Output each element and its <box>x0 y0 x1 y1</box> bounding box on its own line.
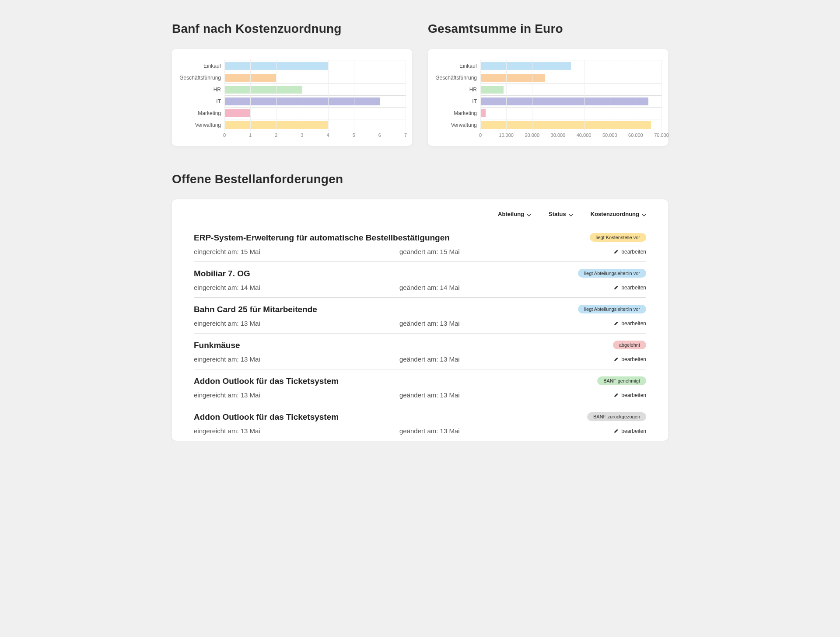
edit-button[interactable]: bearbeiten <box>614 249 646 255</box>
order-title: Funkmäuse <box>194 341 240 350</box>
chart-bar <box>224 121 328 129</box>
filters-row: Abteilung Status Kostenzuordnung <box>194 208 646 226</box>
pencil-icon <box>614 285 619 290</box>
chart-tick: 30.000 <box>551 132 566 138</box>
status-badge: BANF genehmigt <box>597 376 646 385</box>
chart-category-label: HR <box>434 87 480 93</box>
chart-category-label: IT <box>434 98 480 104</box>
chart-category-label: Geschäftsführung <box>178 75 224 81</box>
orders-list: ERP-System-Erweiterung für automatische … <box>194 226 646 441</box>
order-item: Mobiliar 7. OGliegt Abteilungsleiter:in … <box>194 262 646 298</box>
chart-title-left: Banf nach Kostenzuordnung <box>172 22 412 36</box>
chart-category-label: IT <box>178 98 224 104</box>
pencil-icon <box>614 249 619 254</box>
order-submitted: eingereicht am: 15 Mai <box>194 248 399 255</box>
edit-button[interactable]: bearbeiten <box>614 285 646 291</box>
chart-category-label: HR <box>178 87 224 93</box>
chevron-down-icon <box>527 212 531 216</box>
chart-card-left: EinkaufGeschäftsführungHRITMarketingVerw… <box>172 49 412 146</box>
status-badge: abgelehnt <box>613 341 646 349</box>
chart-tick: 3 <box>301 132 303 138</box>
chart-category-label: Geschäftsführung <box>434 75 480 81</box>
chart-left: EinkaufGeschäftsführungHRITMarketingVerw… <box>178 60 406 139</box>
chart-tick: 0 <box>223 132 226 138</box>
status-badge: liegt Kostenstelle vor <box>590 233 647 242</box>
order-item: ERP-System-Erweiterung für automatische … <box>194 226 646 262</box>
order-changed: geändert am: 13 Mai <box>399 320 614 327</box>
chart-tick: 20.000 <box>525 132 539 138</box>
order-item: Funkmäuseabgelehnteingereicht am: 13 Mai… <box>194 334 646 369</box>
chart-tick: 5 <box>353 132 355 138</box>
orders-card: Abteilung Status Kostenzuordnung ERP-Sys… <box>172 199 668 441</box>
order-title: ERP-System-Erweiterung für automatische … <box>194 233 450 243</box>
chart-bar <box>224 97 380 105</box>
chart-bar <box>224 74 276 82</box>
chart-category-label: Verwaltung <box>178 122 224 128</box>
chart-tick: 2 <box>275 132 277 138</box>
pencil-icon <box>614 321 619 326</box>
chart-tick: 50.000 <box>602 132 617 138</box>
order-item: Addon Outlook für das TicketsystemBANF g… <box>194 369 646 405</box>
chart-bar <box>480 74 545 82</box>
chart-tick: 10.000 <box>499 132 514 138</box>
order-title: Addon Outlook für das Ticketsystem <box>194 412 339 422</box>
order-changed: geändert am: 14 Mai <box>399 284 614 291</box>
order-changed: geändert am: 13 Mai <box>399 355 614 363</box>
order-changed: geändert am: 13 Mai <box>399 427 614 435</box>
status-badge: liegt Abteilungsleiter:in vor <box>578 305 646 313</box>
chart-category-label: Einkauf <box>178 63 224 69</box>
chart-tick: 7 <box>404 132 407 138</box>
edit-button[interactable]: bearbeiten <box>614 428 646 434</box>
chart-bar <box>224 109 250 117</box>
chart-tick: 1 <box>249 132 252 138</box>
edit-button[interactable]: bearbeiten <box>614 320 646 327</box>
order-item: Bahn Card 25 für Mitarbeitendeliegt Abte… <box>194 298 646 334</box>
order-changed: geändert am: 13 Mai <box>399 391 614 399</box>
order-submitted: eingereicht am: 13 Mai <box>194 391 399 399</box>
filter-department[interactable]: Abteilung <box>498 211 531 217</box>
chart-bar <box>480 121 651 129</box>
chart-tick: 40.000 <box>577 132 592 138</box>
status-badge: liegt Abteilungsleiter:in vor <box>578 269 646 278</box>
filter-cost[interactable]: Kostenzuordnung <box>591 211 646 217</box>
chevron-down-icon <box>569 212 573 216</box>
pencil-icon <box>614 393 619 397</box>
chart-card-right: EinkaufGeschäftsführungHRITMarketingVerw… <box>428 49 668 146</box>
order-changed: geändert am: 15 Mai <box>399 248 614 255</box>
chart-bar <box>224 86 302 94</box>
chart-bar <box>480 109 486 117</box>
order-submitted: eingereicht am: 13 Mai <box>194 320 399 327</box>
order-submitted: eingereicht am: 14 Mai <box>194 284 399 291</box>
chart-bar <box>480 62 571 70</box>
pencil-icon <box>614 428 619 433</box>
chart-tick: 0 <box>479 132 482 138</box>
order-title: Mobiliar 7. OG <box>194 269 250 278</box>
chart-bar <box>480 97 648 105</box>
chart-category-label: Marketing <box>178 110 224 116</box>
filter-status[interactable]: Status <box>549 211 573 217</box>
pencil-icon <box>614 357 619 362</box>
chart-tick: 70.000 <box>654 132 669 138</box>
chart-tick: 6 <box>378 132 381 138</box>
chart-right: EinkaufGeschäftsführungHRITMarketingVerw… <box>434 60 662 139</box>
chart-category-label: Einkauf <box>434 63 480 69</box>
order-submitted: eingereicht am: 13 Mai <box>194 427 399 435</box>
chart-tick: 4 <box>327 132 329 138</box>
chart-category-label: Verwaltung <box>434 122 480 128</box>
edit-button[interactable]: bearbeiten <box>614 392 646 398</box>
chart-tick: 60.000 <box>628 132 643 138</box>
chart-category-label: Marketing <box>434 110 480 116</box>
order-title: Addon Outlook für das Ticketsystem <box>194 376 339 386</box>
order-title: Bahn Card 25 für Mitarbeitende <box>194 305 317 314</box>
chevron-down-icon <box>642 212 646 216</box>
orders-title: Offene Bestellanforderungen <box>172 172 668 186</box>
order-submitted: eingereicht am: 13 Mai <box>194 355 399 363</box>
status-badge: BANF zurückgezogen <box>587 412 646 421</box>
order-item: Addon Outlook für das TicketsystemBANF z… <box>194 405 646 441</box>
chart-title-right: Gesamtsumme in Euro <box>428 22 668 36</box>
chart-bar <box>480 86 504 94</box>
edit-button[interactable]: bearbeiten <box>614 356 646 362</box>
chart-bar <box>224 62 328 70</box>
